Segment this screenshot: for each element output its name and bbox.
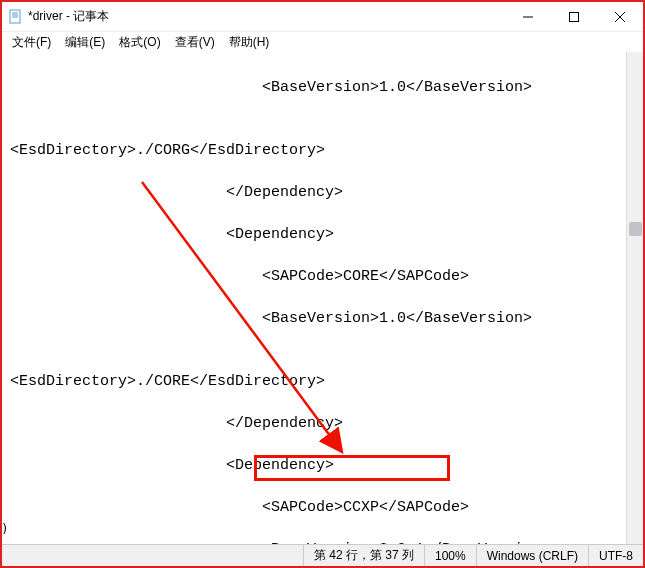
text-line: <Dependency> (10, 224, 635, 245)
status-eol: Windows (CRLF) (476, 545, 588, 566)
status-encoding: UTF-8 (588, 545, 643, 566)
window-controls (505, 2, 643, 32)
maximize-button[interactable] (551, 2, 597, 32)
text-line: <SAPCode>CORE</SAPCode> (10, 266, 635, 287)
menu-edit[interactable]: 编辑(E) (59, 32, 111, 53)
vertical-scrollbar[interactable] (626, 52, 643, 544)
text-line: <EsdDirectory>./CORG</EsdDirectory> (10, 140, 635, 161)
text-line: <BaseVersion>1.0</BaseVersion> (10, 77, 635, 98)
svg-rect-5 (570, 12, 579, 21)
window-title: *driver - 记事本 (28, 8, 505, 25)
minimize-button[interactable] (505, 2, 551, 32)
menu-help[interactable]: 帮助(H) (223, 32, 276, 53)
text-line: </Dependency> (10, 413, 635, 434)
status-zoom: 100% (424, 545, 476, 566)
status-spacer (2, 545, 303, 566)
text-line: <EsdDirectory>./CORE</EsdDirectory> (10, 371, 635, 392)
statusbar: 第 42 行，第 37 列 100% Windows (CRLF) UTF-8 (2, 544, 643, 566)
app-icon (8, 9, 24, 25)
menu-view[interactable]: 查看(V) (169, 32, 221, 53)
text-line: <Dependency> (10, 455, 635, 476)
titlebar: *driver - 记事本 (2, 2, 643, 32)
menu-file[interactable]: 文件(F) (6, 32, 57, 53)
status-position: 第 42 行，第 37 列 (303, 545, 424, 566)
menu-format[interactable]: 格式(O) (113, 32, 166, 53)
scroll-thumb[interactable] (629, 222, 642, 236)
text-line: <BaseVersion>2.2.1</BaseVersion> (10, 539, 635, 544)
notepad-window: *driver - 记事本 文件(F) 编辑(E) 格式(O) 查看(V) 帮助… (0, 0, 645, 568)
text-line: </Dependency> (10, 182, 635, 203)
menubar: 文件(F) 编辑(E) 格式(O) 查看(V) 帮助(H) (2, 32, 643, 52)
text-line: <BaseVersion>1.0</BaseVersion> (10, 308, 635, 329)
close-button[interactable] (597, 2, 643, 32)
text-line: <SAPCode>CCXP</SAPCode> (10, 497, 635, 518)
text-area[interactable]: <BaseVersion>1.0</BaseVersion> <EsdDirec… (2, 52, 643, 544)
stray-text: c) (0, 522, 8, 536)
